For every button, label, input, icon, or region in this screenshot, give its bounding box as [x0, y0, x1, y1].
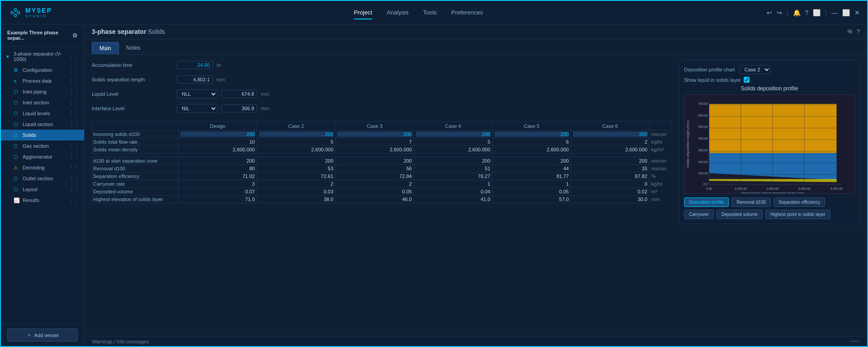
sidebar-item-outlet-section[interactable]: ⬡ Outlet section ⋮⋮: [1, 173, 84, 184]
cell-input-r5-c0[interactable]: [180, 166, 255, 171]
deposition-profile-select[interactable]: Case 2: [740, 65, 771, 74]
chart-btn-removal-d100[interactable]: Removal d100: [731, 197, 770, 207]
tab-main[interactable]: Main: [92, 42, 119, 54]
interface-level-select[interactable]: NIL: [177, 104, 217, 113]
cell-r2-c2[interactable]: [335, 146, 414, 154]
cell-input-r8-c4[interactable]: [495, 189, 569, 194]
cell-r1-c1[interactable]: [257, 138, 335, 146]
cell-input-r0-c5[interactable]: [573, 131, 647, 137]
cell-input-r7-c2[interactable]: [337, 181, 412, 187]
cell-input-r2-c0[interactable]: [180, 147, 255, 152]
cell-input-r5-c1[interactable]: [259, 166, 334, 171]
cell-r6-c3[interactable]: [414, 173, 492, 180]
cell-input-r7-c4[interactable]: [495, 181, 569, 187]
redo-button[interactable]: ↪: [777, 9, 782, 16]
cell-input-r1-c5[interactable]: [573, 139, 647, 145]
cell-r8-c2[interactable]: [335, 188, 414, 196]
cell-r0-c4[interactable]: [492, 131, 571, 138]
sidebar-item-configuration[interactable]: ⚙ Configuration ⋮⋮: [1, 65, 84, 75]
cell-input-r8-c3[interactable]: [416, 189, 491, 194]
nav-project[interactable]: Project: [354, 7, 372, 18]
cell-input-r0-c2[interactable]: [337, 131, 412, 137]
cell-input-r7-c1[interactable]: [259, 181, 334, 187]
cell-r9-c1[interactable]: [257, 196, 335, 203]
sidebar-item-inlet-piping[interactable]: ⬡ Inlet piping ⋮⋮: [1, 86, 84, 97]
cell-r6-c0[interactable]: [179, 173, 257, 180]
sidebar-item-demisting[interactable]: ⚠ Demisting ⋮⋮: [1, 162, 84, 173]
cell-input-r0-c3[interactable]: [416, 131, 491, 137]
chart-btn-highest-point[interactable]: Highest point in solids layer: [765, 210, 830, 219]
cell-input-r9-c5[interactable]: [573, 197, 647, 202]
interface-level-input[interactable]: [221, 104, 257, 113]
cell-r5-c4[interactable]: [492, 165, 571, 173]
cell-input-r2-c2[interactable]: [337, 147, 412, 152]
cell-input-r1-c3[interactable]: [416, 139, 491, 145]
sidebar-item-results[interactable]: 📈 Results ⋮⋮: [1, 195, 84, 206]
cell-r7-c2[interactable]: [335, 180, 414, 188]
cell-input-r8-c5[interactable]: [573, 189, 647, 194]
cell-input-r1-c0[interactable]: [180, 139, 255, 145]
cell-r6-c2[interactable]: [335, 173, 414, 180]
cell-input-r9-c3[interactable]: [416, 197, 491, 202]
cell-input-r9-c4[interactable]: [495, 197, 569, 202]
close-button[interactable]: ✕: [854, 9, 860, 16]
cell-input-r4-c0[interactable]: [180, 158, 255, 164]
cell-input-r6-c4[interactable]: [495, 174, 569, 179]
sidebar-item-layout[interactable]: ⬡ Layout ⋮⋮: [1, 184, 84, 195]
accumulation-time-input[interactable]: [177, 61, 213, 69]
cell-r8-c1[interactable]: [257, 188, 335, 196]
notifications-icon[interactable]: 🔔: [793, 9, 801, 16]
cell-r4-c5[interactable]: [571, 157, 650, 165]
cell-input-r6-c1[interactable]: [259, 174, 334, 179]
cell-r2-c5[interactable]: [571, 146, 650, 154]
cell-r5-c3[interactable]: [414, 165, 492, 173]
cell-r9-c5[interactable]: [571, 196, 650, 203]
cell-input-r6-c5[interactable]: [573, 174, 647, 179]
sidebar-item-agglomerator[interactable]: ⬡ Agglomerator ⋮⋮: [1, 151, 84, 162]
cell-r6-c4[interactable]: [492, 173, 571, 180]
chart-btn-carryover[interactable]: Carryover: [684, 210, 714, 219]
cell-r4-c3[interactable]: [414, 157, 492, 165]
cell-input-r8-c2[interactable]: [337, 189, 412, 194]
cell-r2-c1[interactable]: [257, 146, 335, 154]
cell-r5-c0[interactable]: [179, 165, 257, 173]
cell-r7-c1[interactable]: [257, 180, 335, 188]
nav-preferences[interactable]: Preferences: [451, 7, 483, 18]
cell-r9-c0[interactable]: [179, 196, 257, 203]
cell-r4-c0[interactable]: [179, 157, 257, 165]
cell-input-r5-c2[interactable]: [337, 166, 412, 171]
cell-r2-c3[interactable]: [414, 146, 492, 154]
show-liquid-checkbox[interactable]: [744, 77, 750, 83]
cell-input-r4-c1[interactable]: [259, 158, 334, 164]
cell-input-r5-c5[interactable]: [573, 166, 647, 171]
cell-input-r9-c2[interactable]: [337, 197, 412, 202]
sidebar-item-process-data[interactable]: ≡ Process data ⋮⋮: [1, 75, 84, 86]
cell-input-r5-c3[interactable]: [416, 166, 491, 171]
cell-input-r0-c0[interactable]: [180, 131, 255, 137]
cell-input-r1-c2[interactable]: [337, 139, 412, 145]
chart-btn-deposition-profile[interactable]: Deposition profile: [684, 197, 729, 207]
help-content-icon[interactable]: ?: [857, 28, 860, 35]
cell-r1-c3[interactable]: [414, 138, 492, 146]
cell-r2-c0[interactable]: [179, 146, 257, 154]
cell-r7-c5[interactable]: [571, 180, 650, 188]
liquid-level-input[interactable]: [221, 90, 257, 98]
cell-input-r0-c1[interactable]: [259, 131, 334, 137]
cell-r8-c4[interactable]: [492, 188, 571, 196]
cell-input-r7-c5[interactable]: [573, 181, 647, 187]
cell-r5-c1[interactable]: [257, 165, 335, 173]
cell-r5-c2[interactable]: [335, 165, 414, 173]
chart-btn-separation-efficiency[interactable]: Separation efficiency: [774, 197, 826, 207]
sidebar-item-solids[interactable]: ⬡ Solids ⋮⋮: [1, 130, 84, 141]
cell-r0-c2[interactable]: [335, 131, 414, 138]
cell-input-r2-c4[interactable]: [495, 147, 569, 152]
cell-r9-c2[interactable]: [335, 196, 414, 203]
cell-r8-c3[interactable]: [414, 188, 492, 196]
nav-analysis[interactable]: Analysis: [387, 7, 408, 18]
cell-input-r4-c2[interactable]: [337, 158, 412, 164]
undo-button[interactable]: ↩: [767, 9, 772, 16]
cell-r8-c5[interactable]: [571, 188, 650, 196]
maximize-button[interactable]: ⬜: [842, 9, 850, 16]
cell-r0-c0[interactable]: [179, 131, 257, 138]
settings-icon[interactable]: ⚙: [72, 32, 78, 39]
